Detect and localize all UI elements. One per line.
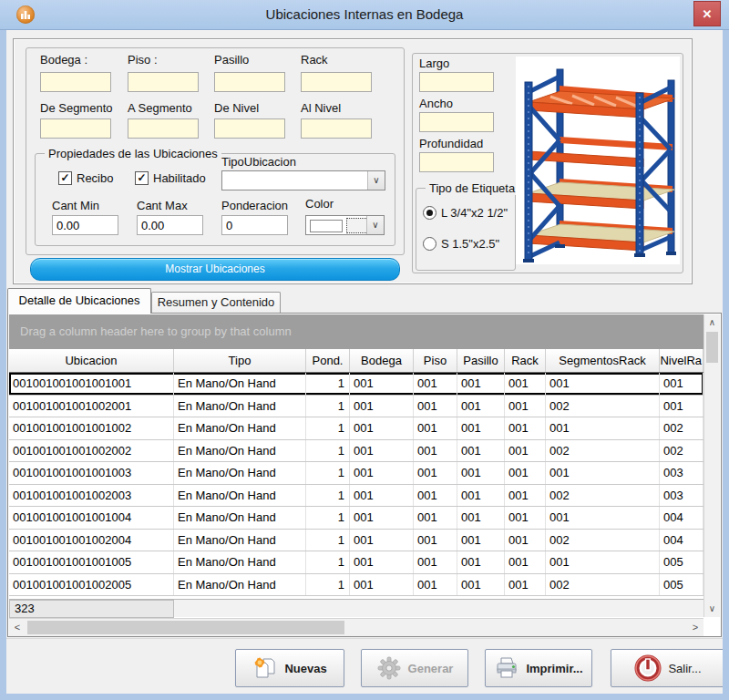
table-row[interactable]: 001001001001001004En Mano/On Hand1001001…	[9, 507, 703, 530]
piso-input[interactable]	[128, 72, 199, 92]
largo-input[interactable]	[419, 72, 494, 92]
scroll-right-icon[interactable]: >	[687, 619, 703, 636]
column-header[interactable]: Bodega	[350, 349, 414, 372]
table-row[interactable]: 001001001001002002En Mano/On Hand1001001…	[9, 440, 703, 463]
chevron-down-icon[interactable]: ∨	[367, 171, 385, 190]
table-cell: 003	[660, 485, 703, 507]
table-cell: 001	[505, 530, 546, 551]
table-row[interactable]: 001001001001002004En Mano/On Hand1001001…	[9, 530, 703, 552]
table-cell: 001	[546, 507, 660, 529]
pasillo-input[interactable]	[214, 72, 285, 92]
column-header[interactable]: Pasillo	[457, 349, 505, 372]
profundidad-input[interactable]	[419, 152, 494, 172]
record-count: 323	[9, 600, 174, 618]
table-cell: 001001001001001001	[9, 373, 174, 395]
table-cell: 001	[350, 530, 414, 551]
cant-min-input[interactable]	[52, 215, 118, 235]
rack-image	[516, 57, 680, 264]
table-row[interactable]: 001001001001001002En Mano/On Hand1001001…	[9, 417, 703, 440]
rack-input[interactable]	[301, 72, 372, 92]
column-header[interactable]: Rack	[505, 349, 546, 372]
cant-max-label: Cant Max	[137, 199, 188, 212]
generar-label: Generar	[408, 662, 454, 675]
bodega-input[interactable]	[40, 72, 111, 92]
de-nivel-input[interactable]	[214, 118, 285, 139]
titlebar[interactable]: Ubicaciones Internas en Bodega ✕	[0, 0, 729, 30]
table-row[interactable]: 001001001001002001En Mano/On Hand1001001…	[9, 396, 703, 418]
de-segmento-input[interactable]	[40, 118, 111, 139]
scroll-down-icon[interactable]: ∨	[704, 601, 720, 617]
table-cell: 001	[414, 417, 457, 439]
habilitado-checkbox[interactable]: ✓ Habilitado	[135, 171, 206, 185]
table-cell: 1	[306, 530, 350, 551]
table-row[interactable]: 001001001001001003En Mano/On Hand1001001…	[9, 462, 703, 485]
table-cell: 1	[306, 507, 350, 529]
grid-body: 001001001001001001En Mano/On Hand1001001…	[9, 373, 703, 597]
tipo-ubicacion-select[interactable]: ∨	[221, 170, 385, 190]
table-cell: En Mano/On Hand	[174, 373, 306, 395]
table-cell: 001001001001001003	[9, 462, 174, 484]
table-cell: En Mano/On Hand	[174, 574, 306, 596]
chevron-down-icon[interactable]: ∨	[366, 216, 384, 234]
horizontal-scrollbar-thumb[interactable]	[27, 621, 344, 634]
etiqueta-radio-s[interactable]: S 1.5"x2.5"	[423, 237, 499, 251]
table-cell: 001001001001001005	[9, 551, 174, 573]
salir-button[interactable]: Salir...	[611, 649, 725, 687]
table-cell: 005	[660, 551, 703, 573]
table-row[interactable]: 001001001001001005En Mano/On Hand1001001…	[9, 551, 703, 574]
table-cell: 001001001001001004	[9, 507, 174, 529]
table-cell: 001	[457, 574, 505, 596]
recibo-checkbox[interactable]: ✓ Recibo	[58, 171, 113, 185]
al-nivel-input[interactable]	[301, 118, 372, 139]
column-header[interactable]: Piso	[414, 349, 457, 372]
window-border-left	[0, 29, 6, 700]
tab-resumen-y-contenido[interactable]: Resumen y Contenido	[151, 292, 281, 314]
group-by-panel[interactable]: Drag a column header here to group by th…	[9, 314, 703, 349]
check-icon: ✓	[137, 172, 146, 184]
table-cell: 001	[414, 440, 457, 462]
table-row[interactable]: 001001001001002003En Mano/On Hand1001001…	[9, 485, 703, 508]
nuevas-label: Nuevas	[284, 662, 326, 675]
propiedades-title: Propiedades de las Ubicaciones	[45, 147, 221, 160]
table-cell: 001	[457, 530, 505, 551]
nuevas-button[interactable]: Nuevas	[235, 649, 344, 687]
table-row[interactable]: 001001001001001001En Mano/On Hand1001001…	[9, 373, 703, 396]
cant-max-input[interactable]	[137, 215, 203, 235]
table-cell: En Mano/On Hand	[174, 462, 306, 484]
table-cell: 1	[306, 574, 350, 596]
etiqueta-radio-l[interactable]: L 3/4"x2 1/2"	[423, 206, 508, 220]
profundidad-label: Profundidad	[419, 137, 483, 150]
table-cell: 001	[414, 574, 457, 596]
column-header[interactable]: Tipo	[174, 349, 306, 372]
column-header[interactable]: Pond.	[306, 349, 350, 372]
table-cell: 001	[505, 462, 546, 484]
column-header[interactable]: NivelRa	[660, 349, 703, 372]
column-header[interactable]: Ubicacion	[9, 349, 174, 372]
color-select[interactable]: ∨	[305, 215, 385, 235]
table-row[interactable]: 001001001001002005En Mano/On Hand1001001…	[9, 574, 703, 597]
color-swatch	[310, 220, 343, 232]
close-button[interactable]: ✕	[693, 1, 721, 26]
table-cell: 001001001001002005	[9, 574, 174, 596]
mostrar-ubicaciones-button[interactable]: Mostrar Ubicaciones	[30, 258, 400, 281]
scroll-left-icon[interactable]: <	[9, 619, 26, 636]
horizontal-scrollbar[interactable]: < >	[9, 618, 703, 636]
vertical-scrollbar-thumb[interactable]	[706, 332, 718, 363]
ancho-input[interactable]	[419, 112, 494, 132]
column-header[interactable]: SegmentosRack	[546, 349, 660, 372]
table-cell: 001	[414, 462, 457, 484]
table-cell: 001	[546, 462, 660, 484]
ponderacion-input[interactable]	[221, 215, 288, 235]
tab-detalle-de-ubicaciones[interactable]: Detalle de Ubicaciones	[7, 288, 151, 314]
table-cell: En Mano/On Hand	[174, 396, 306, 417]
vertical-scrollbar[interactable]: ∧ ∨	[703, 314, 720, 617]
rack-label: Rack	[301, 53, 328, 67]
table-cell: 1	[306, 373, 350, 395]
table-cell: 001	[457, 485, 505, 507]
scroll-up-icon[interactable]: ∧	[704, 314, 720, 331]
table-cell: 004	[660, 530, 703, 551]
imprimir-button[interactable]: Imprimir...	[485, 649, 592, 687]
etiqueta-l-label: L 3/4"x2 1/2"	[441, 206, 508, 220]
table-cell: 005	[660, 574, 703, 596]
a-segmento-input[interactable]	[128, 118, 199, 139]
